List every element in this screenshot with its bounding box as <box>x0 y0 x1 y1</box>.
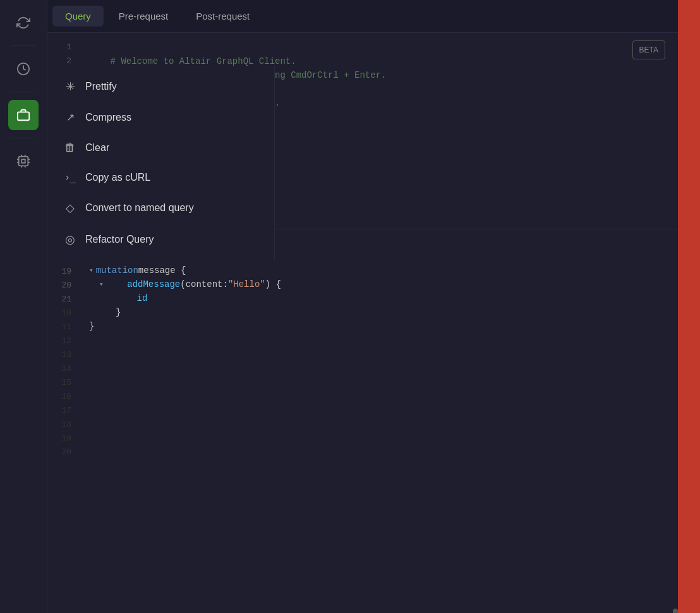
menu-item-compress[interactable]: ↗ Compress <box>47 102 274 132</box>
code-line-20: } <box>89 305 668 319</box>
line-num-blank4: 13 <box>47 348 71 362</box>
code-line-18: ▾ addMessage (content: "Hello" ) { <box>89 277 668 291</box>
code-line-1 <box>89 40 668 54</box>
menu-item-prettify[interactable]: ✳ Prettify <box>47 71 274 102</box>
sidebar-icon-processor[interactable] <box>8 146 39 176</box>
mutation-name: message { <box>138 264 186 277</box>
svg-rect-1 <box>18 112 29 120</box>
trash-icon: 🗑 <box>63 141 78 154</box>
line-num-19: 19 <box>47 265 71 279</box>
sidebar-icon-refresh[interactable] <box>8 8 39 38</box>
tab-query[interactable]: Query <box>52 6 104 27</box>
sidebar <box>0 0 47 613</box>
fold-arrow-17[interactable]: ▾ <box>89 264 94 277</box>
line-num-blank10: 19 <box>47 432 71 446</box>
menu-item-clear[interactable]: 🗑 Clear <box>47 132 274 163</box>
menu-item-copy-curl-label: Copy as cURL <box>85 172 150 183</box>
fold-arrow-18[interactable]: ▾ <box>99 277 104 291</box>
add-message-content-val: "Hello" <box>228 277 265 291</box>
menu-item-convert-named[interactable]: ◇ Convert to named query <box>47 192 274 224</box>
lower-code-section: 17 18 19 20 21 10 11 12 13 14 15 16 17 1… <box>47 229 678 613</box>
menu-item-convert-named-label: Convert to named query <box>85 202 194 214</box>
line-num-blank9: 18 <box>47 418 71 432</box>
terminal-icon: ›_ <box>63 172 78 183</box>
line-num-blank3: 12 <box>47 334 71 348</box>
code-line-19: id <box>89 291 668 305</box>
line-num-20: 20 <box>47 279 71 293</box>
svg-rect-2 <box>19 157 28 166</box>
compress-icon: ↗ <box>63 111 78 123</box>
menu-item-compress-label: Compress <box>85 112 131 123</box>
line-num-blank5: 14 <box>47 362 71 376</box>
line-num-blank: 10 <box>47 306 71 320</box>
refactor-icon: ◎ <box>63 233 78 246</box>
code-editor-wrapper: 1 2 3 4 5 BETA # Welcome to Altair Graph… <box>47 33 678 613</box>
beta-badge: BETA <box>632 40 665 59</box>
line-num-21: 21 <box>47 293 71 306</box>
code-line-17: ▾ mutation message { <box>89 264 668 277</box>
scrollbar-track[interactable] <box>673 609 678 613</box>
right-panel <box>678 0 700 613</box>
menu-item-prettify-label: Prettify <box>85 81 117 92</box>
keyword-mutation: mutation <box>96 264 138 277</box>
line-num: 1 <box>47 40 71 54</box>
tab-pre-request[interactable]: Pre-request <box>106 6 181 27</box>
menu-item-refactor-label: Refactor Query <box>85 234 154 245</box>
prettify-icon: ✳ <box>63 80 78 94</box>
svg-rect-3 <box>21 159 25 163</box>
close-brace-outer: } <box>89 319 94 333</box>
lower-line-numbers: 17 18 19 20 21 10 11 12 13 14 15 16 17 1… <box>47 229 79 613</box>
sidebar-divider-2 <box>11 92 36 92</box>
tab-bar: Query Pre-request Post-request <box>47 0 678 33</box>
menu-item-clear-label: Clear <box>85 142 109 154</box>
code-line-21: } <box>89 319 668 333</box>
sidebar-icon-timer[interactable] <box>8 54 39 84</box>
menu-item-copy-curl[interactable]: ›_ Copy as cURL <box>47 163 274 192</box>
line-num-blank11: 20 <box>47 446 71 459</box>
tag-icon: ◇ <box>63 201 78 215</box>
tab-post-request[interactable]: Post-request <box>183 6 262 27</box>
line-num-blank6: 15 <box>47 376 71 390</box>
field-id: id <box>89 291 147 305</box>
add-message-content-key: (content: <box>180 277 228 291</box>
sidebar-divider-3 <box>11 138 36 138</box>
lower-code-content[interactable]: ▶ (Send mutation message) ▾ mutation mes… <box>79 229 678 613</box>
add-message-fn: addMessage <box>106 277 181 291</box>
add-message-close: ) { <box>265 277 281 291</box>
main-panel: Query Pre-request Post-request 1 2 3 4 5… <box>47 0 678 613</box>
sidebar-divider-1 <box>11 46 36 46</box>
sidebar-icon-briefcase[interactable] <box>8 100 39 130</box>
line-num-blank2: 11 <box>47 320 71 334</box>
line-num-blank8: 17 <box>47 404 71 418</box>
editor-dropdown-menu: ✳ Prettify ↗ Compress 🗑 Clear ›_ Copy as… <box>47 66 275 260</box>
line-num-blank7: 16 <box>47 390 71 404</box>
menu-item-refactor[interactable]: ◎ Refactor Query <box>47 224 274 255</box>
close-brace-inner: } <box>89 305 121 319</box>
